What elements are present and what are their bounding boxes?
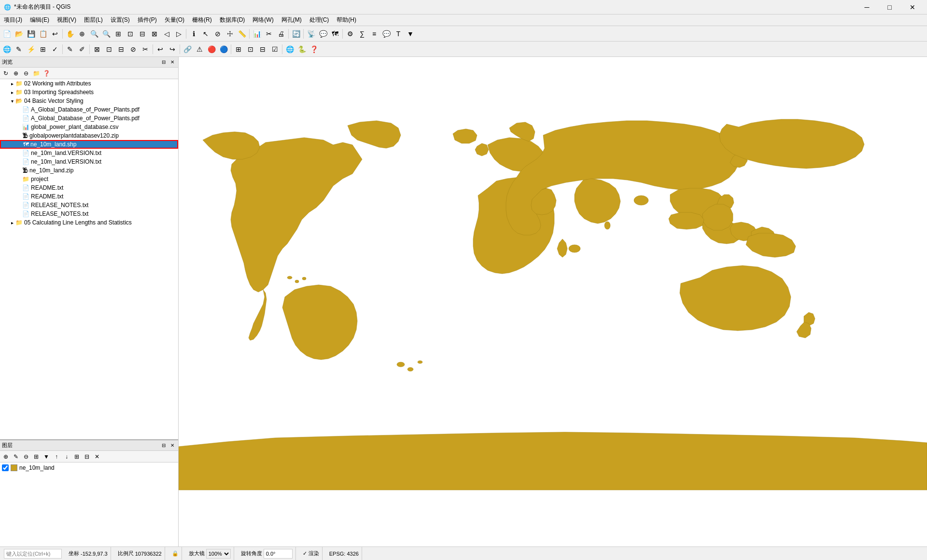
tree-item[interactable]: 📄 RELEASE_NOTES.txt (0, 201, 178, 210)
identify-button[interactable]: ℹ (188, 28, 199, 40)
browser-float-button[interactable]: ⊟ (160, 58, 168, 66)
close-button[interactable]: ✕ (901, 0, 923, 14)
layer-up-button[interactable]: ↑ (52, 452, 61, 462)
remove-layer-button[interactable]: ⊖ (21, 452, 31, 462)
remove-all-button[interactable]: ✕ (92, 452, 102, 462)
filter-layer-button[interactable]: ▼ (42, 452, 51, 462)
menu-help[interactable]: 帮助(H) (333, 14, 360, 26)
menu-raster[interactable]: 栅格(R) (188, 14, 216, 26)
t2-btn10[interactable]: ⊟ (115, 43, 127, 56)
tool2-button[interactable]: ∑ (356, 28, 368, 40)
menu-layer[interactable]: 图层(L) (80, 14, 107, 26)
tool3-button[interactable]: ≡ (368, 28, 380, 40)
save-project-button[interactable]: 💾 (25, 28, 37, 40)
tree-item[interactable]: ▸ 📁 03 Importing Spreadsheets (0, 88, 178, 97)
tree-item[interactable]: ▸ 📁 02 Working with Attributes (0, 79, 178, 88)
t2-btn14[interactable]: ↪ (167, 43, 178, 56)
browser-folder-button[interactable]: 📁 (31, 69, 41, 78)
t2-btn17[interactable]: 🔴 (206, 43, 217, 56)
map-tips-button[interactable]: 💬 (317, 28, 329, 40)
rotation-input[interactable] (264, 549, 293, 559)
collapse-all-button[interactable]: ⊟ (82, 452, 92, 462)
tree-item[interactable]: 📄 README.txt (0, 183, 178, 192)
zoom-to-layer-button[interactable]: ⊟ (137, 28, 148, 40)
maximize-button[interactable]: □ (879, 0, 900, 14)
zoom-rubber-band-button[interactable]: ⊞ (112, 28, 124, 40)
tree-item[interactable]: 🗜 ne_10m_land.zip (0, 166, 178, 175)
zoom-next-button[interactable]: ▷ (173, 28, 184, 40)
t2-btn13[interactable]: ↩ (154, 43, 166, 56)
expand-all-button[interactable]: ⊞ (72, 452, 82, 462)
clip-button[interactable]: ✂ (263, 28, 275, 40)
menu-mesh[interactable]: 网孔(M) (278, 14, 306, 26)
map-area[interactable] (179, 57, 927, 546)
tool5-button[interactable]: T (393, 28, 404, 40)
zoom-in-button[interactable]: 🔍 (88, 28, 100, 40)
revert-button[interactable]: ↩ (49, 28, 61, 40)
pan-to-selection-button[interactable]: ⊕ (76, 28, 88, 40)
new-project-button[interactable]: 📄 (1, 28, 13, 40)
location-search-input[interactable] (4, 549, 62, 559)
layers-close-button[interactable]: ✕ (169, 442, 176, 449)
browser-refresh-button[interactable]: ↻ (1, 69, 11, 78)
new-map-button[interactable]: 🗺 (329, 28, 341, 40)
t2-btn16[interactable]: ⚠ (194, 43, 205, 56)
t2-btn12[interactable]: ✂ (140, 43, 151, 56)
t2-btn23[interactable]: 🌐 (284, 43, 295, 56)
layer-down-button[interactable]: ↓ (62, 452, 71, 462)
browser-collapse-button[interactable]: ⊖ (21, 69, 31, 78)
layer-item[interactable]: ne_10m_land (0, 462, 178, 473)
tool1-button[interactable]: ⚙ (344, 28, 356, 40)
minimize-button[interactable]: ─ (856, 0, 878, 14)
t2-btn9[interactable]: ⊡ (103, 43, 115, 56)
tool6-button[interactable]: ▼ (405, 28, 416, 40)
deselect-button[interactable]: ⊘ (212, 28, 224, 40)
tree-item[interactable]: 📁 project (0, 175, 178, 183)
tree-item[interactable]: 📄 A_Global_Database_of_Power_Plants.pdf (0, 114, 178, 123)
open-project-button[interactable]: 📂 (13, 28, 25, 40)
zoom-last-button[interactable]: ◁ (161, 28, 172, 40)
gps-button[interactable]: 📡 (305, 28, 317, 40)
menu-database[interactable]: 数据库(D) (216, 14, 249, 26)
t2-btn5[interactable]: ✓ (49, 43, 61, 56)
t2-btn3[interactable]: ⚡ (25, 43, 37, 56)
menu-web[interactable]: 网络(W) (249, 14, 277, 26)
t2-btn8[interactable]: ⊠ (91, 43, 103, 56)
browser-close-button[interactable]: ✕ (169, 58, 176, 66)
tree-item[interactable]: 📄 RELEASE_NOTES.txt (0, 210, 178, 218)
menu-processing[interactable]: 处理(C) (306, 14, 333, 26)
menu-settings[interactable]: 设置(S) (107, 14, 134, 26)
t2-btn7[interactable]: ✐ (76, 43, 88, 56)
lock-display[interactable]: 🔒 (169, 547, 182, 560)
t2-btn21[interactable]: ⊟ (257, 43, 268, 56)
zoom-to-selection-button[interactable]: ⊡ (125, 28, 136, 40)
t2-btn25[interactable]: ❓ (308, 43, 320, 56)
menu-view[interactable]: 视图(V) (53, 14, 80, 26)
menu-edit[interactable]: 编辑(E) (26, 14, 53, 26)
t2-btn20[interactable]: ⊡ (245, 43, 256, 56)
magnifier-select[interactable]: 100% (206, 549, 231, 559)
epsg-display[interactable]: EPSG: 4326 (326, 547, 362, 560)
menu-plugins[interactable]: 插件(P) (134, 14, 161, 26)
print-button[interactable]: 🖨 (275, 28, 287, 40)
tree-item[interactable]: 📄 ne_10m_land.VERSION.txt (0, 157, 178, 166)
t2-btn22[interactable]: ☑ (269, 43, 281, 56)
tree-item[interactable]: 🗺 ne_10m_land.shp (0, 140, 178, 149)
zoom-out-button[interactable]: 🔍 (100, 28, 112, 40)
tree-item[interactable]: ▸ 📁 05 Calculating Line Lengths and Stat… (0, 218, 178, 227)
attribute-table-button[interactable]: 📊 (251, 28, 263, 40)
tree-item[interactable]: 📄 ne_10m_land.VERSION.txt (0, 149, 178, 157)
tree-item[interactable]: 📊 global_power_plant_database.csv (0, 123, 178, 131)
tool4-button[interactable]: 💬 (380, 28, 392, 40)
t2-btn19[interactable]: ⊞ (233, 43, 244, 56)
menu-project[interactable]: 项目(J) (0, 14, 26, 26)
t2-btn18[interactable]: 🔵 (218, 43, 229, 56)
measure-button[interactable]: 📏 (236, 28, 248, 40)
t2-btn11[interactable]: ⊘ (127, 43, 139, 56)
zoom-to-native-button[interactable]: ⊠ (149, 28, 160, 40)
add-layer-button[interactable]: ⊕ (1, 452, 11, 462)
tree-item[interactable]: 📄 A_Global_Database_of_Power_Plants.pdf (0, 105, 178, 114)
t2-btn2[interactable]: ✎ (13, 43, 25, 56)
save-as-button[interactable]: 📋 (37, 28, 49, 40)
t2-btn1[interactable]: 🌐 (1, 43, 13, 56)
